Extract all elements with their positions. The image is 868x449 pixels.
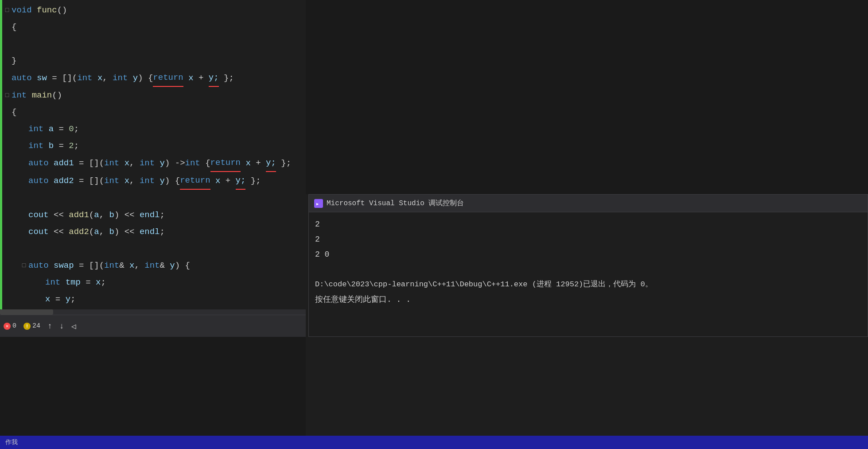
collapse-icon-1[interactable]: □: [4, 2, 11, 19]
code-line-13: cout << add1(a, b) << endl;: [0, 207, 306, 223]
code-line-12: [0, 190, 306, 207]
console-output-1: 2: [315, 232, 861, 247]
code-line-4: }: [0, 52, 306, 69]
console-output-5: 按任意键关闭此窗口. . .: [315, 292, 861, 307]
code-line-6: □ int main(): [0, 87, 306, 104]
console-output-0: 2: [315, 217, 861, 232]
console-output-2: 2 0: [315, 247, 861, 262]
code-line-11: auto add2 = [](int x, int y) {return x +…: [0, 172, 306, 190]
nav-up-arrow[interactable]: ↑: [47, 322, 52, 331]
right-background: [306, 0, 868, 194]
console-output-4: D:\code\2023\cpp-learning\C++11\Debug\C+…: [315, 277, 861, 292]
bottom-strip-text: 作我: [5, 438, 18, 446]
code-line-17: int tmp = x;: [0, 274, 306, 291]
bottom-panel: [0, 337, 306, 449]
svg-text:▶: ▶: [316, 202, 319, 206]
bottom-status-strip: 作我: [0, 436, 868, 449]
horizontal-scrollbar[interactable]: [0, 309, 306, 315]
code-line-1: □ void func(): [0, 2, 306, 19]
code-line-10: auto add1 = [](int x, int y) ->int {retu…: [0, 154, 306, 172]
code-line-15: [0, 240, 306, 257]
code-line-3: [0, 35, 306, 52]
editor-status-bar: ✕ 0 ! 24 ↑ ↓ ◁: [0, 315, 306, 337]
code-line-18: x = y;: [0, 291, 306, 308]
error-count[interactable]: ✕ 0: [4, 322, 16, 330]
debug-console: ▶ Microsoft Visual Studio 调试控制台 2 2 2 0 …: [308, 194, 868, 337]
code-line-2: {: [0, 19, 306, 35]
console-body: 2 2 2 0 D:\code\2023\cpp-learning\C++11\…: [309, 212, 868, 312]
code-line-14: cout << add2(a, b) << endl;: [0, 223, 306, 240]
warning-icon: !: [23, 323, 31, 330]
code-line-16: □ auto swap = [](int& x, int& y) {: [0, 257, 306, 274]
collapse-icon-6[interactable]: □: [4, 87, 11, 104]
console-icon: ▶: [314, 199, 323, 208]
code-line-5: auto sw = [](int x, int y) {return x + y…: [0, 69, 306, 87]
console-title: Microsoft Visual Studio 调试控制台: [327, 199, 464, 208]
code-area[interactable]: □ void func() { } auto sw = [](int x, in…: [0, 0, 306, 337]
code-line-7: {: [0, 104, 306, 121]
collapse-icon-16[interactable]: □: [20, 257, 27, 274]
editor-panel: □ void func() { } auto sw = [](int x, in…: [0, 0, 306, 337]
error-icon: ✕: [4, 323, 11, 330]
code-line-9: int b = 2;: [0, 137, 306, 154]
nav-left-arrow[interactable]: ◁: [71, 321, 76, 331]
scrollbar-thumb[interactable]: [0, 309, 53, 315]
console-titlebar: ▶ Microsoft Visual Studio 调试控制台: [309, 195, 868, 212]
warning-count[interactable]: ! 24: [23, 322, 40, 330]
nav-down-arrow[interactable]: ↓: [59, 322, 64, 331]
console-output-3: [315, 262, 861, 277]
code-line-8: int a = 0;: [0, 121, 306, 137]
